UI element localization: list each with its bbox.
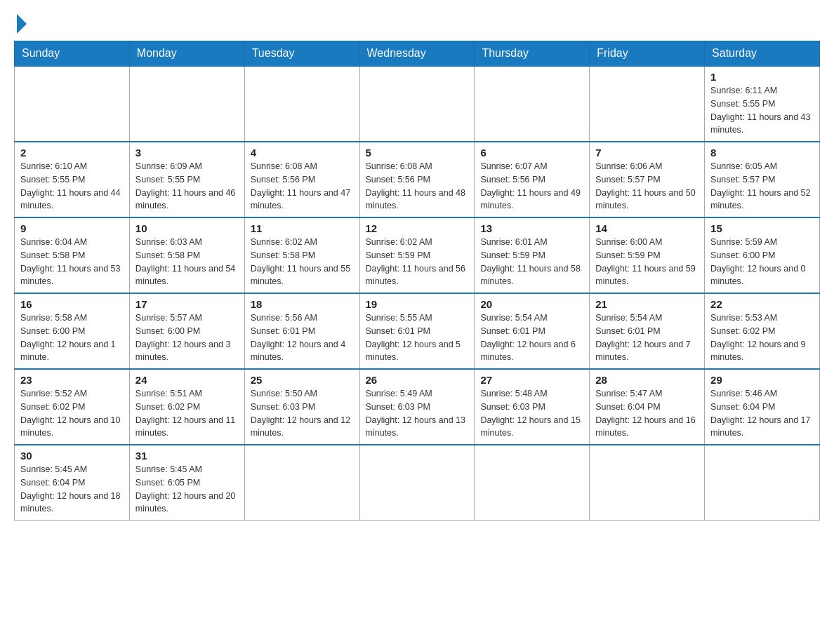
day-info: Sunrise: 6:05 AMSunset: 5:57 PMDaylight:… xyxy=(710,160,814,213)
day-info: Sunrise: 5:51 AMSunset: 6:02 PMDaylight:… xyxy=(135,387,239,440)
calendar-cell: 14Sunrise: 6:00 AMSunset: 5:59 PMDayligh… xyxy=(590,217,705,293)
day-number: 18 xyxy=(251,298,354,310)
day-number: 3 xyxy=(135,147,239,159)
calendar-cell xyxy=(15,66,130,142)
day-number: 25 xyxy=(251,374,354,386)
day-info: Sunrise: 6:10 AMSunset: 5:55 PMDaylight:… xyxy=(20,160,124,213)
day-number: 30 xyxy=(20,450,124,462)
day-info: Sunrise: 6:01 AMSunset: 5:59 PMDaylight:… xyxy=(480,236,583,288)
day-info: Sunrise: 6:11 AMSunset: 5:55 PMDaylight:… xyxy=(710,84,814,137)
day-number: 19 xyxy=(366,298,469,310)
day-number: 17 xyxy=(135,298,239,310)
day-number: 22 xyxy=(710,298,814,310)
calendar-week-row: 30Sunrise: 5:45 AMSunset: 6:04 PMDayligh… xyxy=(15,445,820,521)
day-number: 29 xyxy=(710,374,814,386)
calendar-cell: 15Sunrise: 5:59 AMSunset: 6:00 PMDayligh… xyxy=(705,217,820,293)
calendar-cell: 1Sunrise: 6:11 AMSunset: 5:55 PMDaylight… xyxy=(705,66,820,142)
day-info: Sunrise: 6:09 AMSunset: 5:55 PMDaylight:… xyxy=(135,160,239,213)
calendar-cell: 22Sunrise: 5:53 AMSunset: 6:02 PMDayligh… xyxy=(705,293,820,369)
day-number: 11 xyxy=(251,222,354,234)
day-number: 31 xyxy=(135,450,239,462)
weekday-header-tuesday: Tuesday xyxy=(244,41,359,67)
calendar-cell: 12Sunrise: 6:02 AMSunset: 5:59 PMDayligh… xyxy=(359,217,475,293)
calendar-cell: 20Sunrise: 5:54 AMSunset: 6:01 PMDayligh… xyxy=(475,293,590,369)
calendar-cell: 9Sunrise: 6:04 AMSunset: 5:58 PMDaylight… xyxy=(15,217,130,293)
day-number: 4 xyxy=(251,147,354,159)
day-number: 10 xyxy=(135,222,239,234)
calendar-cell: 11Sunrise: 6:02 AMSunset: 5:58 PMDayligh… xyxy=(244,217,359,293)
day-info: Sunrise: 6:04 AMSunset: 5:58 PMDaylight:… xyxy=(20,236,124,288)
day-info: Sunrise: 6:08 AMSunset: 5:56 PMDaylight:… xyxy=(251,160,354,213)
calendar-week-row: 23Sunrise: 5:52 AMSunset: 6:02 PMDayligh… xyxy=(15,369,820,445)
day-number: 26 xyxy=(366,374,469,386)
calendar-cell: 21Sunrise: 5:54 AMSunset: 6:01 PMDayligh… xyxy=(590,293,705,369)
calendar-cell: 3Sunrise: 6:09 AMSunset: 5:55 PMDaylight… xyxy=(129,142,244,217)
calendar-cell xyxy=(129,66,244,142)
page-header xyxy=(14,14,820,34)
day-info: Sunrise: 6:08 AMSunset: 5:56 PMDaylight:… xyxy=(366,160,469,213)
logo xyxy=(14,14,27,34)
calendar-cell: 13Sunrise: 6:01 AMSunset: 5:59 PMDayligh… xyxy=(475,217,590,293)
day-info: Sunrise: 5:46 AMSunset: 6:04 PMDaylight:… xyxy=(710,387,814,440)
day-info: Sunrise: 6:03 AMSunset: 5:58 PMDaylight:… xyxy=(135,236,239,288)
day-number: 1 xyxy=(710,71,814,83)
day-number: 16 xyxy=(20,298,124,310)
calendar-cell xyxy=(590,66,705,142)
day-number: 2 xyxy=(20,147,124,159)
calendar-cell xyxy=(359,66,475,142)
calendar-cell: 29Sunrise: 5:46 AMSunset: 6:04 PMDayligh… xyxy=(705,369,820,445)
calendar-cell: 10Sunrise: 6:03 AMSunset: 5:58 PMDayligh… xyxy=(129,217,244,293)
calendar-cell: 2Sunrise: 6:10 AMSunset: 5:55 PMDaylight… xyxy=(15,142,130,217)
weekday-header-monday: Monday xyxy=(129,41,244,67)
day-info: Sunrise: 6:02 AMSunset: 5:58 PMDaylight:… xyxy=(251,236,354,288)
calendar-cell: 16Sunrise: 5:58 AMSunset: 6:00 PMDayligh… xyxy=(15,293,130,369)
calendar-cell: 24Sunrise: 5:51 AMSunset: 6:02 PMDayligh… xyxy=(129,369,244,445)
day-number: 12 xyxy=(366,222,469,234)
day-number: 9 xyxy=(20,222,124,234)
day-info: Sunrise: 5:54 AMSunset: 6:01 PMDaylight:… xyxy=(595,311,699,364)
day-number: 21 xyxy=(595,298,699,310)
calendar-week-row: 9Sunrise: 6:04 AMSunset: 5:58 PMDaylight… xyxy=(15,217,820,293)
calendar-week-row: 16Sunrise: 5:58 AMSunset: 6:00 PMDayligh… xyxy=(15,293,820,369)
day-number: 13 xyxy=(480,222,583,234)
calendar-cell xyxy=(244,445,359,521)
calendar-header-row: SundayMondayTuesdayWednesdayThursdayFrid… xyxy=(15,41,820,67)
calendar-cell: 5Sunrise: 6:08 AMSunset: 5:56 PMDaylight… xyxy=(359,142,475,217)
day-info: Sunrise: 5:57 AMSunset: 6:00 PMDaylight:… xyxy=(135,311,239,364)
day-number: 7 xyxy=(595,147,699,159)
calendar-cell: 4Sunrise: 6:08 AMSunset: 5:56 PMDaylight… xyxy=(244,142,359,217)
day-info: Sunrise: 5:49 AMSunset: 6:03 PMDaylight:… xyxy=(366,387,469,440)
calendar-week-row: 2Sunrise: 6:10 AMSunset: 5:55 PMDaylight… xyxy=(15,142,820,217)
day-number: 8 xyxy=(710,147,814,159)
day-info: Sunrise: 6:00 AMSunset: 5:59 PMDaylight:… xyxy=(595,236,699,288)
calendar-cell: 25Sunrise: 5:50 AMSunset: 6:03 PMDayligh… xyxy=(244,369,359,445)
day-number: 20 xyxy=(480,298,583,310)
weekday-header-thursday: Thursday xyxy=(475,41,590,67)
day-info: Sunrise: 6:07 AMSunset: 5:56 PMDaylight:… xyxy=(480,160,583,213)
calendar-cell: 23Sunrise: 5:52 AMSunset: 6:02 PMDayligh… xyxy=(15,369,130,445)
day-number: 24 xyxy=(135,374,239,386)
day-info: Sunrise: 5:54 AMSunset: 6:01 PMDaylight:… xyxy=(480,311,583,364)
day-number: 5 xyxy=(366,147,469,159)
day-number: 15 xyxy=(710,222,814,234)
day-info: Sunrise: 6:02 AMSunset: 5:59 PMDaylight:… xyxy=(366,236,469,288)
calendar-cell xyxy=(359,445,475,521)
calendar-cell xyxy=(590,445,705,521)
day-number: 14 xyxy=(595,222,699,234)
day-info: Sunrise: 5:45 AMSunset: 6:05 PMDaylight:… xyxy=(135,463,239,516)
day-info: Sunrise: 5:55 AMSunset: 6:01 PMDaylight:… xyxy=(366,311,469,364)
day-number: 6 xyxy=(480,147,583,159)
calendar-week-row: 1Sunrise: 6:11 AMSunset: 5:55 PMDaylight… xyxy=(15,66,820,142)
calendar-cell xyxy=(705,445,820,521)
day-info: Sunrise: 5:52 AMSunset: 6:02 PMDaylight:… xyxy=(20,387,124,440)
calendar-cell: 18Sunrise: 5:56 AMSunset: 6:01 PMDayligh… xyxy=(244,293,359,369)
day-info: Sunrise: 5:47 AMSunset: 6:04 PMDaylight:… xyxy=(595,387,699,440)
day-info: Sunrise: 5:56 AMSunset: 6:01 PMDaylight:… xyxy=(251,311,354,364)
day-info: Sunrise: 5:48 AMSunset: 6:03 PMDaylight:… xyxy=(480,387,583,440)
calendar-cell xyxy=(244,66,359,142)
day-info: Sunrise: 5:53 AMSunset: 6:02 PMDaylight:… xyxy=(710,311,814,364)
calendar-cell: 17Sunrise: 5:57 AMSunset: 6:00 PMDayligh… xyxy=(129,293,244,369)
calendar-table: SundayMondayTuesdayWednesdayThursdayFrid… xyxy=(14,41,820,521)
logo-triangle-icon xyxy=(17,14,27,34)
calendar-cell: 28Sunrise: 5:47 AMSunset: 6:04 PMDayligh… xyxy=(590,369,705,445)
